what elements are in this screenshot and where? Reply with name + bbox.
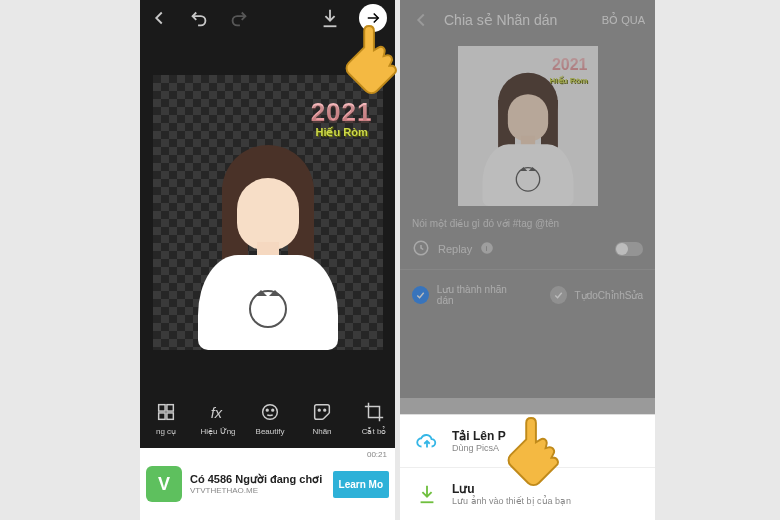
cloud-upload-icon bbox=[414, 430, 440, 452]
replay-toggle[interactable] bbox=[615, 242, 643, 256]
tool-sticker[interactable]: Nhãn bbox=[296, 388, 348, 448]
tool-label: Cắt bỏ bbox=[362, 427, 387, 436]
save-options-row: Lưu thành nhãn dán TựdoChỉnhSửa bbox=[400, 270, 655, 320]
transparent-canvas: 2021 Hiếu Ròm bbox=[153, 75, 383, 350]
ad-badge-icon: V bbox=[146, 466, 182, 502]
svg-point-5 bbox=[263, 404, 278, 419]
svg-point-6 bbox=[266, 409, 268, 411]
chip-self-edit[interactable]: TựdoChỉnhSửa bbox=[575, 290, 643, 301]
ad-subtitle: VTVTHETHAO.ME bbox=[190, 486, 325, 495]
share-preview: 2021 Hiếu Ròm bbox=[458, 46, 598, 206]
ad-text: Có 4586 Người đang chơi VTVTHETHAO.ME bbox=[190, 473, 325, 495]
back-icon[interactable] bbox=[148, 7, 170, 29]
skip-button[interactable]: BỎ QUA bbox=[602, 14, 645, 27]
tool-effects[interactable]: fx Hiệu Ứng bbox=[192, 388, 244, 448]
chip-save-sticker[interactable]: Lưu thành nhãn dán bbox=[437, 284, 521, 306]
share-header: Chia sẻ Nhãn dán BỎ QUA bbox=[400, 0, 655, 40]
svg-point-9 bbox=[324, 409, 326, 411]
replay-label: Replay bbox=[438, 243, 472, 255]
caption-input[interactable]: Nói một điều gì đó với #tag @tên bbox=[400, 212, 655, 235]
tool-beautify[interactable]: Beautify bbox=[244, 388, 296, 448]
preview-year: 2021 bbox=[552, 56, 588, 74]
svg-rect-2 bbox=[159, 412, 165, 418]
ad-cta-button[interactable]: Learn Mo bbox=[333, 471, 389, 498]
download-icon[interactable] bbox=[319, 7, 341, 29]
ad-title: Có 4586 Người đang chơi bbox=[190, 473, 325, 486]
tool-label: Nhãn bbox=[312, 427, 331, 436]
tool-crop[interactable]: Cắt bỏ bbox=[348, 388, 395, 448]
redo-icon[interactable] bbox=[228, 7, 250, 29]
ad-timestamp: 00:21 bbox=[367, 450, 387, 459]
tool-label: Hiệu Ứng bbox=[200, 427, 235, 436]
tutorial-hand-icon bbox=[340, 20, 402, 102]
undo-icon[interactable] bbox=[188, 7, 210, 29]
check-icon[interactable] bbox=[412, 286, 429, 304]
preview-subject bbox=[479, 89, 577, 206]
svg-text:fx: fx bbox=[211, 404, 223, 420]
save-desc: Lưu ảnh vào thiết bị của bạn bbox=[452, 496, 571, 506]
name-text: Hiếu Ròm bbox=[311, 126, 373, 139]
tool-tools[interactable]: ng cụ bbox=[140, 388, 192, 448]
tutorial-hand-icon bbox=[502, 412, 564, 494]
tool-label: ng cụ bbox=[156, 427, 176, 436]
svg-rect-3 bbox=[167, 412, 173, 418]
svg-point-7 bbox=[272, 409, 274, 411]
share-title: Chia sẻ Nhãn dán bbox=[444, 12, 590, 28]
info-icon[interactable]: i bbox=[480, 241, 494, 257]
svg-rect-1 bbox=[167, 404, 173, 410]
ad-banner[interactable]: 00:21 V Có 4586 Người đang chơi VTVTHETH… bbox=[140, 448, 395, 520]
check-icon[interactable] bbox=[550, 286, 567, 304]
replay-row: Replay i bbox=[400, 235, 655, 270]
back-icon[interactable] bbox=[410, 9, 432, 31]
svg-rect-0 bbox=[159, 404, 165, 410]
replay-icon bbox=[412, 239, 430, 259]
preview-name: Hiếu Ròm bbox=[550, 76, 588, 85]
tool-label: Beautify bbox=[256, 427, 285, 436]
subject-cutout bbox=[193, 170, 343, 350]
svg-point-8 bbox=[318, 409, 320, 411]
year-sticker: 2021 Hiếu Ròm bbox=[311, 97, 373, 139]
save-download-icon bbox=[414, 483, 440, 505]
editor-toolbar: ng cụ fx Hiệu Ứng Beautify Nhãn Cắt bỏ T… bbox=[140, 388, 395, 448]
